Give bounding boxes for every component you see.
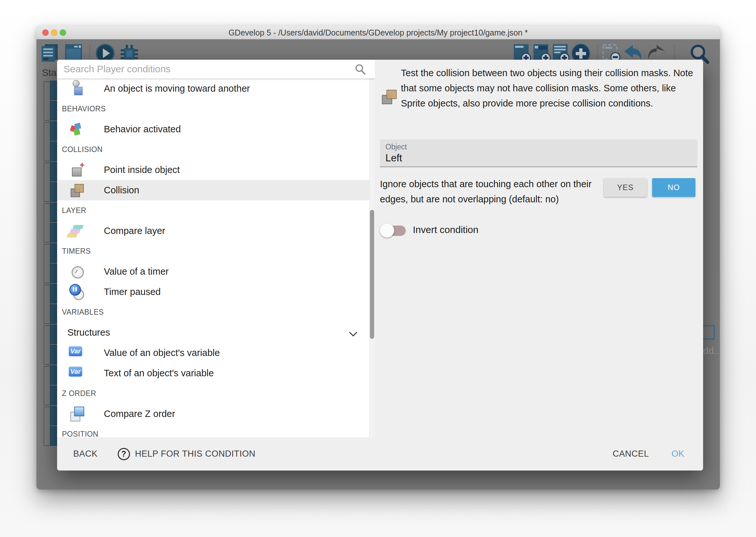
section-header-variables: VARIABLES — [57, 302, 375, 322]
event-condition-cell — [50, 325, 57, 344]
list-scrollbar-track[interactable] — [369, 78, 375, 437]
list-item-point-inside[interactable]: Point inside object — [57, 160, 375, 180]
toggle-knob — [380, 223, 394, 237]
back-button[interactable]: BACK — [73, 449, 98, 459]
list-item-compare-layer[interactable]: Compare layer — [57, 221, 375, 241]
collision-icon — [69, 183, 84, 198]
list-item-object-variable-text[interactable]: Var Text of an object's variable — [57, 363, 375, 383]
object-field-label: Object — [385, 143, 407, 151]
cancel-button[interactable]: CANCEL — [613, 449, 649, 459]
yes-button[interactable]: YES — [604, 178, 647, 197]
event-condition-cell — [50, 162, 57, 181]
event-condition-cell — [50, 203, 57, 222]
variable-icon: Var — [69, 346, 82, 356]
event-condition-cell — [50, 304, 57, 324]
invert-condition-label: Invert condition — [413, 224, 478, 235]
event-condition-cell — [50, 243, 57, 263]
event-condition-cell — [50, 182, 57, 202]
timer-paused-icon — [69, 285, 84, 300]
search-input[interactable] — [63, 61, 347, 77]
object-field-value: Left — [385, 152, 402, 164]
ok-button[interactable]: OK — [671, 449, 684, 459]
conditions-list-panel: An object is moving toward another BEHAV… — [57, 60, 375, 437]
invert-condition-toggle[interactable] — [380, 223, 406, 238]
variable-icon: Var — [69, 367, 82, 377]
event-condition-cell — [50, 142, 57, 161]
scene-tab-label: Sta — [42, 67, 57, 78]
list-item-compare-z-order[interactable]: Compare Z order — [57, 404, 375, 424]
conditions-list: An object is moving toward another BEHAV… — [57, 78, 375, 437]
add-event-label: dd... — [703, 345, 720, 356]
list-item-moving-toward[interactable]: An object is moving toward another — [57, 78, 375, 99]
object-field[interactable]: Object Left — [380, 140, 697, 167]
list-item-structures[interactable]: Structures — [57, 322, 375, 343]
section-header-behaviors: BEHAVIORS — [57, 99, 375, 119]
window-title: GDevelop 5 - /Users/david/Documents/GDev… — [36, 26, 720, 39]
dialog-footer: BACK ? HELP FOR THIS CONDITION CANCEL OK — [57, 437, 703, 471]
event-condition-cell — [50, 386, 57, 405]
ignore-touching-label: Ignore objects that are touching each ot… — [380, 177, 606, 207]
list-item-behavior-activated[interactable]: Behavior activated — [57, 119, 375, 140]
help-icon: ? — [118, 448, 130, 460]
event-condition-cell — [50, 406, 57, 425]
chevron-down-icon — [349, 328, 357, 336]
z-order-icon — [69, 407, 84, 422]
list-scrollbar-thumb[interactable] — [370, 210, 374, 339]
condition-description: Test the collision between two objects u… — [401, 65, 693, 111]
event-condition-cell — [50, 101, 57, 120]
no-button[interactable]: NO — [652, 178, 695, 197]
event-condition-cell — [50, 345, 57, 364]
event-condition-cell — [50, 264, 57, 283]
point-inside-icon — [69, 163, 84, 178]
list-item-timer-paused[interactable]: Timer paused — [57, 282, 375, 302]
moving-toward-icon — [69, 81, 84, 96]
event-condition-cell — [50, 284, 57, 303]
list-item-timer-value[interactable]: Value of a timer — [57, 262, 375, 282]
help-button[interactable]: ? HELP FOR THIS CONDITION — [118, 448, 256, 460]
section-header-position: POSITION — [57, 424, 375, 437]
search-bar — [57, 60, 375, 78]
event-condition-cell — [50, 223, 57, 242]
section-header-layer: LAYER — [57, 200, 375, 221]
list-item-object-variable-value[interactable]: Var Value of an object's variable — [57, 343, 375, 363]
event-condition-cell — [50, 365, 57, 385]
condition-details-panel: Test the collision between two objects u… — [375, 60, 703, 437]
selected-event-box — [702, 325, 715, 340]
event-condition-cell — [50, 81, 57, 100]
timer-icon — [69, 264, 84, 279]
collision-icon — [381, 89, 398, 105]
search-icon — [355, 64, 366, 76]
compare-layer-icon — [69, 224, 84, 238]
help-button-label: HELP FOR THIS CONDITION — [135, 449, 256, 459]
condition-editor-dialog: An object is moving toward another BEHAV… — [57, 60, 703, 471]
section-header-z-order: Z ORDER — [57, 383, 375, 404]
behavior-icon — [69, 122, 84, 137]
event-condition-cell — [50, 426, 57, 446]
list-item-collision-selected[interactable]: Collision — [57, 180, 375, 200]
section-header-timers: TIMERS — [57, 241, 375, 262]
event-condition-cell — [50, 121, 57, 141]
section-header-collision: COLLISION — [57, 140, 375, 160]
titlebar: GDevelop 5 - /Users/david/Documents/GDev… — [36, 26, 720, 39]
